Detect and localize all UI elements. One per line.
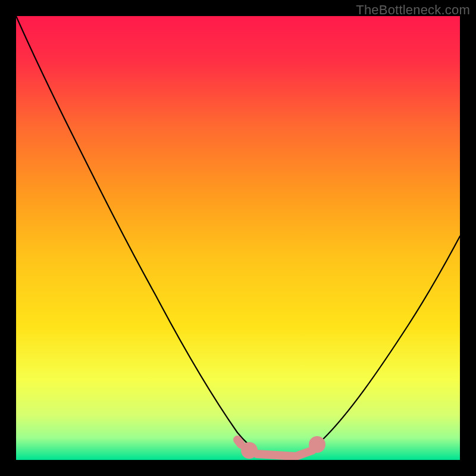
gradient-background [16,16,460,460]
svg-point-1 [245,446,253,455]
svg-line-3 [296,450,312,456]
chart-svg [16,16,460,460]
plot-area [16,16,460,460]
svg-point-4 [313,440,321,449]
chart-frame: TheBottleneck.com [0,0,476,476]
svg-line-0 [237,440,241,444]
svg-line-2 [257,454,296,456]
watermark-text: TheBottleneck.com [356,2,470,18]
